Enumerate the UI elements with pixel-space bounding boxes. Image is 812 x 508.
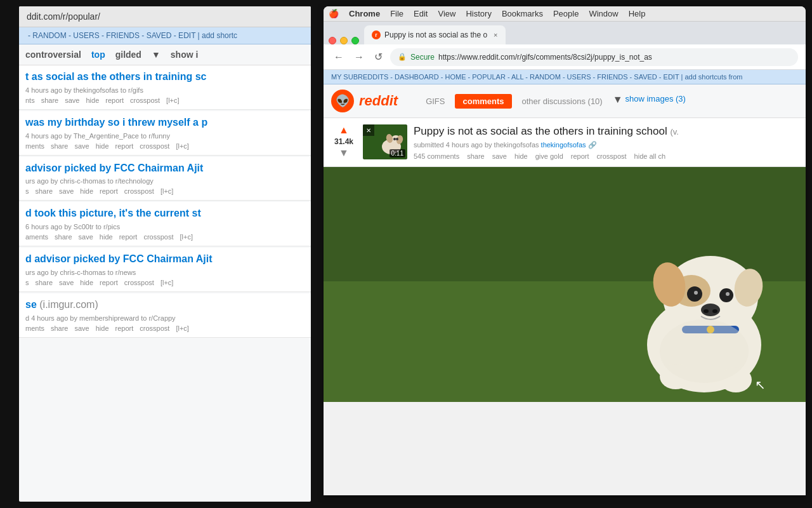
post-actions: 545 comments share save hide give gold r…: [414, 152, 798, 160]
post-actions: aments share save hide report crosspost …: [25, 233, 304, 241]
secure-label: Secure: [410, 53, 435, 62]
post-title[interactable]: se (i.imgur.com): [25, 298, 304, 312]
forward-button[interactable]: →: [351, 50, 367, 64]
share-button[interactable]: share: [467, 152, 485, 160]
list-item: d took this picture, it's the current st…: [19, 202, 311, 246]
post-item: ▲ 31.4k ▼ 0:11 ✕: [324, 118, 806, 167]
left-nav-bar: - RANDOM - USERS - FRIENDS - SAVED - EDI…: [19, 27, 311, 44]
left-url-bar: ddit.com/r/popular/: [19, 6, 311, 27]
tab-other-discussions[interactable]: other discussions (10): [514, 94, 610, 109]
list-item: advisor picked by FCC Chairman Ajit urs …: [19, 157, 311, 201]
post-title[interactable]: d took this picture, it's the current st: [25, 207, 304, 220]
svg-point-18: [701, 304, 720, 316]
post-actions: s share save hide report crosspost [l+c]: [25, 279, 304, 286]
back-button[interactable]: ←: [331, 50, 346, 64]
filter-icon[interactable]: ▼: [152, 50, 160, 60]
chrome-window: 🍎 Chrome File Edit View History Bookmark…: [324, 6, 806, 495]
svg-point-5: [396, 138, 398, 140]
chrome-menu[interactable]: Chrome: [349, 9, 380, 18]
post-actions: s share save hide report crosspost [l+c]: [25, 187, 304, 195]
svg-text:↖: ↖: [755, 378, 766, 392]
reddit-logo: 👽 reddit: [331, 90, 398, 112]
post-title[interactable]: t as social as the others in training sc: [25, 70, 304, 84]
help-menu[interactable]: Help: [629, 9, 646, 18]
post-thumbnail[interactable]: 0:11 ✕: [363, 124, 407, 159]
edit-menu[interactable]: Edit: [414, 9, 428, 18]
people-menu[interactable]: People: [553, 9, 579, 18]
reddit-alien-icon: 👽: [331, 90, 354, 112]
browser-tab[interactable]: r Puppy is not as social as the o ×: [364, 25, 506, 44]
mac-menu-bar: 🍎 Chrome File Edit View History Bookmark…: [324, 6, 806, 22]
maximize-button[interactable]: [351, 37, 359, 44]
reddit-wordmark: reddit: [359, 93, 398, 109]
post-meta: urs ago by chris-c-thomas to r/technolog…: [25, 177, 304, 185]
puppy-image-area: ↖: [324, 167, 806, 402]
address-input[interactable]: 🔒 Secure https://www.reddit.com/r/gifs/c…: [390, 48, 798, 66]
upvote-button[interactable]: ▲: [339, 124, 349, 136]
reddit-nav-bar: MY SUBREDDITS - DASHBOARD - HOME - POPUL…: [324, 70, 806, 84]
list-item: d advisor picked by FCC Chairman Ajit ur…: [19, 248, 311, 292]
left-browser-panel: ddit.com/r/popular/ - RANDOM - USERS - F…: [19, 6, 311, 502]
comments-link[interactable]: 545 comments: [414, 152, 459, 160]
svg-point-17: [726, 292, 730, 296]
minimize-button[interactable]: [340, 37, 348, 44]
tab-show-images[interactable]: show images (3): [625, 94, 686, 109]
svg-point-6: [393, 138, 396, 140]
svg-point-25: [660, 319, 749, 383]
post-actions: nts share save hide report crosspost [l+…: [25, 97, 304, 104]
tab-gifs[interactable]: GIFS: [418, 94, 452, 109]
list-item: was my birthday so i threw myself a p 4 …: [19, 111, 311, 156]
list-item: se (i.imgur.com) d 4 hours ago by member…: [19, 293, 311, 338]
svg-point-16: [694, 291, 698, 295]
file-menu[interactable]: File: [390, 9, 403, 18]
vote-section: ▲ 31.4k ▼: [331, 124, 357, 160]
post-title[interactable]: advisor picked by FCC Chairman Ajit: [25, 162, 304, 175]
vote-count: 31.4k: [334, 137, 353, 146]
window-menu[interactable]: Window: [589, 9, 618, 18]
list-item: t as social as the others in training sc…: [19, 65, 311, 110]
filter-top[interactable]: top: [91, 50, 105, 60]
reddit-favicon-icon: r: [372, 30, 381, 39]
traffic-lights: [329, 37, 359, 44]
video-duration: 0:11: [390, 149, 405, 157]
downvote-button[interactable]: ▼: [339, 147, 349, 159]
post-list: t as social as the others in training sc…: [19, 65, 311, 338]
svg-point-20: [712, 309, 717, 313]
url-text: https://www.reddit.com/r/gifs/comments/8…: [438, 53, 652, 62]
tab-title: Puppy is not as social as the o: [384, 30, 487, 39]
tab-close-button[interactable]: ×: [494, 31, 497, 39]
subreddit-tabs: GIFS comments other discussions (10) ▼ s…: [418, 94, 686, 109]
post-meta: 4 hours ago by thekingofsofas to r/gifs: [25, 86, 304, 94]
post-title[interactable]: was my birthday so i threw myself a p: [25, 116, 304, 130]
username-link[interactable]: thekingofsofas: [541, 141, 586, 149]
post-meta: 6 hours ago by Sc00tr to r/pics: [25, 223, 304, 231]
hide-all-button[interactable]: hide all ch: [634, 152, 666, 160]
apple-menu[interactable]: 🍎: [329, 9, 339, 18]
post-meta: urs ago by chris-c-thomas to r/news: [25, 269, 304, 276]
tab-comments[interactable]: comments: [455, 94, 511, 109]
filter-show[interactable]: show i: [171, 50, 199, 60]
post-meta: submitted 4 hours ago by thekingofsofas …: [414, 141, 798, 149]
post-actions: ments share save hide report crosspost […: [25, 324, 304, 332]
crosspost-button[interactable]: crosspost: [597, 152, 627, 160]
filter-gilded[interactable]: gilded: [115, 50, 141, 60]
report-button[interactable]: report: [571, 152, 589, 160]
history-menu[interactable]: History: [466, 9, 491, 18]
address-bar: ← → ↺ 🔒 Secure https://www.reddit.com/r/…: [324, 44, 806, 70]
post-title[interactable]: Puppy is not as social as the others in …: [414, 124, 798, 138]
save-button[interactable]: save: [492, 152, 507, 160]
post-title[interactable]: d advisor picked by FCC Chairman Ajit: [25, 253, 304, 266]
hide-thumbnail-button[interactable]: ✕: [363, 124, 374, 136]
refresh-button[interactable]: ↺: [372, 50, 385, 64]
bookmarks-menu[interactable]: Bookmarks: [502, 9, 543, 18]
reddit-header: 👽 reddit GIFS comments other discussions…: [324, 84, 806, 118]
filter-controversial[interactable]: controversial: [25, 50, 81, 60]
close-button[interactable]: [329, 37, 336, 44]
post-meta: d 4 hours ago by membershipreward to r/C…: [25, 314, 304, 322]
post-actions: ments share save hide report crosspost […: [25, 142, 304, 150]
svg-point-19: [704, 309, 709, 313]
give-gold-button[interactable]: give gold: [535, 152, 563, 160]
filter-discussions-icon[interactable]: ▼: [613, 94, 623, 109]
hide-button[interactable]: hide: [514, 152, 528, 160]
view-menu[interactable]: View: [438, 9, 455, 18]
